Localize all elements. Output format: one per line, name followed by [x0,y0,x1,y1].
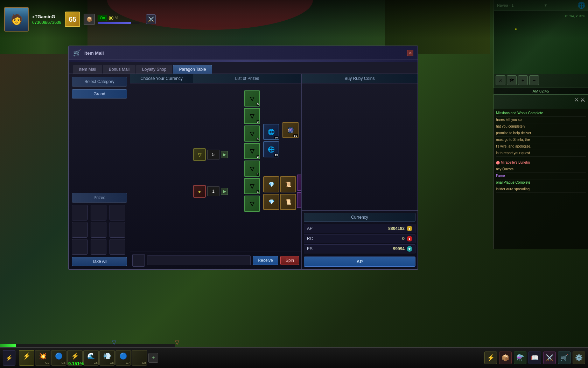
spin-control-5x: ▽ 5 ▶ [193,148,228,161]
prizes-grid [72,205,127,255]
hotbar-slot-8[interactable]: C8 [132,350,147,366]
hotbar-special-slot[interactable]: ⚡ [3,350,15,366]
player-info: xTGaminG 673608/673608 [32,14,61,25]
chat-spacer [496,157,586,159]
buy-ruby-header: Buy Ruby Coins [302,74,418,83]
spin-count-5x: 5 [207,150,219,159]
spin-arrow-1x[interactable]: ▶ [221,188,228,195]
prize-item-11: 📜 [280,176,296,192]
middle-header: Choose Your Currency List of Prizes [130,74,301,83]
currency-es-value: 99994 [317,246,405,251]
nav-btn-2[interactable]: 🗺 [507,75,517,85]
weapon-icon: ⚔️ [146,14,156,24]
sword-icon-right: ⚔ [580,96,585,103]
currency-es-row: ES 99994 ▼ [304,244,415,253]
hotbar-r-icon-1[interactable]: ⚡ [484,352,497,364]
chat-panel: Missions and Works Complete hares left y… [493,109,588,249]
currency-es-label: ES [307,246,317,251]
prize-slot-4 [72,222,88,238]
chat-line-3: promise to help deliver [496,130,586,137]
avatar-frame: 🧑 [4,7,29,32]
hotbar-r-icon-2[interactable]: 📦 [499,352,512,364]
item-name-input[interactable] [147,255,251,265]
prize-item-8: ▽ 1 [244,161,260,177]
exp-unit: % [115,16,119,20]
exp-value: 80 [108,15,113,21]
hotbar-right-icons: ⚡ 📦 ⚗️ 📖 ⚔️ 🛒 ⚙️ [484,352,585,364]
tab-loyalty-shop[interactable]: Loyalty Shop [136,65,172,74]
chat-line-6: la to report your quest [496,150,586,157]
tab-bar: Item Mall Bonus Mall Loyalty Shop Parago… [69,62,418,74]
prizes-section: Prizes Take All [72,193,127,266]
hotbar-r-icon-5[interactable]: ⚔️ [543,352,556,364]
spin-icon-5x: ▽ [193,148,206,161]
skill-2-icon: 💥 [36,351,49,361]
hotbar-r-icon-4[interactable]: 📖 [528,352,541,364]
prize-slot-6 [110,222,125,238]
ap-purchase-button[interactable]: AP [304,257,415,267]
chat-quests: ncy Quests [496,166,586,173]
prizes-title: Prizes [72,193,127,203]
player-level: 65 [65,12,80,27]
spin-button[interactable]: Spin [280,256,299,265]
tab-paragon-table[interactable]: Paragon Table [173,65,212,74]
prizes-list-area: ▽ 5 ▶ ● 1 ▶ ▽ 5 [193,83,301,252]
hotbar-slot-2[interactable]: 💥 C2 [35,350,50,366]
left-panel: Select Category Grand Prizes Take All [69,74,130,269]
category-title: Select Category [72,77,127,87]
hotbar-slot-1[interactable]: ⚡ [19,350,34,366]
nav-btn-zoom-out[interactable]: − [529,75,539,85]
prize-item-10: 💎 [263,176,279,192]
spin-count-1x: 1 [207,186,219,196]
tab-item-mall[interactable]: Item Mall [73,65,102,74]
player-hp: 673608/673608 [32,20,61,25]
chat-aura: inister aura spreading [496,186,586,193]
hotbar-r-icon-3[interactable]: ⚗️ [514,352,526,364]
hotbar-add-button[interactable]: + [148,353,158,363]
tab-bonus-mall[interactable]: Bonus Mall [103,65,135,74]
prize-item-2: ▽ 3 [244,108,260,124]
hotbar-slot-6[interactable]: 💨 C6 [99,350,115,366]
hotbar-slot-7[interactable]: 🔵 C7 [115,350,131,366]
clock: AM 02:45 [493,88,588,95]
spin-arrow-5x[interactable]: ▶ [221,151,228,158]
currency-panel-title: Currency [304,213,415,222]
hotbar-slot-3[interactable]: 🔵 C3 [51,350,66,366]
close-button[interactable]: ✕ [407,50,413,56]
skill-1-icon: ⚡ [20,351,33,361]
sword-icon-left: ⚔ [574,96,579,103]
nav-btn-zoom-in[interactable]: + [518,75,528,85]
hotbar-slot-5[interactable]: 🌊 C5 [83,350,99,366]
currency-ap-value: 8804182 [317,226,405,231]
prize-slot-3 [110,205,125,220]
list-of-prizes-header: List of Prizes [193,74,301,83]
prize-item-15: 📜 [280,194,296,210]
nav-btn-1[interactable]: ⚔ [496,75,505,85]
on-badge[interactable]: On [98,15,107,21]
exp-info: On 80 % [98,15,140,24]
prize-slot-5 [91,222,106,238]
exp-bar-container: 📦 On 80 % [84,14,140,25]
spin-icon-1x: ● [193,185,206,198]
right-panel: Buy Ruby Coins Currency AP 8804182 ♦ RC … [302,74,418,269]
currency-ap-icon: ♦ [407,226,412,231]
player-name: xTGaminG [32,14,61,19]
middle-content: ▽ 5 ▶ ● 1 ▶ ▽ 5 [130,83,301,252]
prize-item-12: 🎇 70 [297,175,301,191]
exp-icon: 📦 [84,14,95,25]
hotbar-r-icon-6[interactable]: 🛒 [558,352,570,364]
currency-rc-value: 0 [317,236,405,241]
hotbar-r-icon-7[interactable]: ⚙️ [573,352,585,364]
prize-slot-8 [91,239,106,255]
chat-line-1: hares left you so [496,117,586,123]
receive-button[interactable]: Receive [253,256,278,265]
currency-chooser [130,83,193,252]
hotbar: ⚡ ⚡ 💥 C2 🔵 C3 ⚡ C4 🌊 C5 💨 C6 🔵 C7 [0,347,588,368]
item-preview [132,254,145,267]
ruby-content [302,83,418,210]
prize-item-16: 🎇 50 [297,192,301,208]
take-all-button[interactable]: Take All [72,257,127,266]
category-grand[interactable]: Grand [72,89,127,98]
triangle-indicator-2: ▽ [175,339,179,346]
choose-currency-header: Choose Your Currency [130,74,193,83]
